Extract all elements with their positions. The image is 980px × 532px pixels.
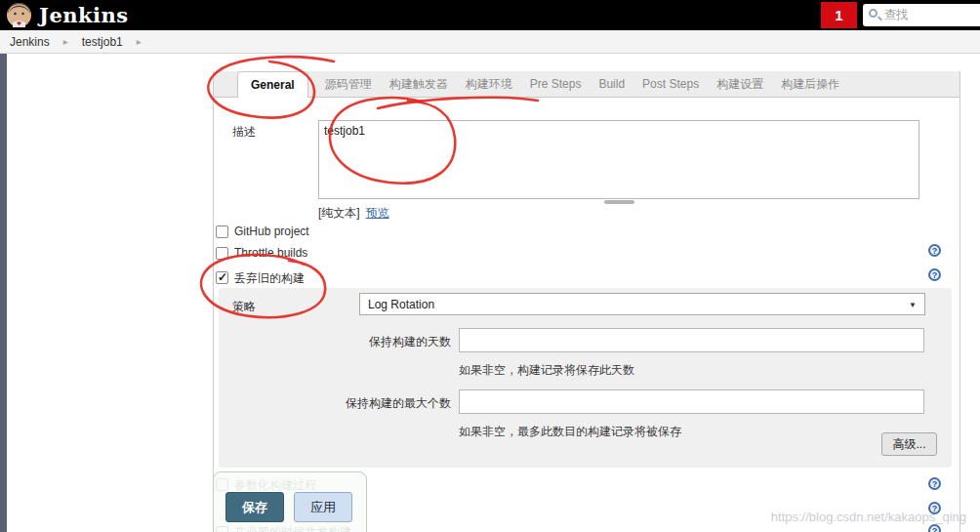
search-input[interactable] bbox=[884, 5, 980, 24]
days-to-keep-input[interactable] bbox=[459, 328, 924, 352]
discard-old-builds-label[interactable]: 丢弃旧的构建 bbox=[234, 270, 305, 287]
breadcrumb-item-testjob1[interactable]: testjob1 bbox=[82, 35, 123, 49]
days-to-keep-label: 保持构建的天数 bbox=[322, 334, 451, 350]
max-builds-label: 保持构建的最大个数 bbox=[322, 395, 451, 412]
strategy-select[interactable]: Log Rotation ▼ bbox=[359, 293, 925, 315]
tab-pre-steps[interactable]: Pre Steps bbox=[521, 71, 591, 97]
jenkins-butler-logo-icon bbox=[6, 2, 32, 28]
jenkins-home-link[interactable]: Jenkins bbox=[6, 1, 129, 29]
app-title: Jenkins bbox=[39, 3, 129, 27]
discard-old-builds-checkbox[interactable] bbox=[216, 271, 228, 284]
tab-post-steps[interactable]: Post Steps bbox=[633, 71, 708, 97]
github-project-label[interactable]: GitHub project bbox=[234, 225, 309, 238]
chevron-right-icon: ▸ bbox=[137, 36, 142, 47]
max-builds-help: 如果非空，最多此数目的构建记录将被保存 bbox=[459, 424, 681, 440]
help-icon[interactable]: ? bbox=[928, 244, 941, 257]
tab-general[interactable]: General bbox=[237, 71, 308, 98]
tab-build-triggers[interactable]: 构建触发器 bbox=[381, 71, 457, 97]
config-tab-bar: General 源码管理 构建触发器 构建环境 Pre Steps Build … bbox=[214, 71, 960, 98]
textarea-resize-grip[interactable] bbox=[604, 200, 634, 204]
alert-count-badge[interactable]: 1 bbox=[821, 2, 857, 28]
help-icon[interactable]: ? bbox=[928, 477, 941, 490]
tab-source-code-management[interactable]: 源码管理 bbox=[316, 71, 381, 97]
breadcrumb-item-jenkins[interactable]: Jenkins bbox=[10, 35, 50, 49]
dropdown-arrow-icon: ▼ bbox=[909, 301, 917, 309]
tab-build-settings[interactable]: 构建设置 bbox=[708, 71, 772, 97]
description-label: 描述 bbox=[232, 124, 256, 141]
github-project-checkbox[interactable] bbox=[216, 225, 228, 238]
apply-button[interactable]: 应用 bbox=[294, 492, 352, 522]
strategy-label: 策略 bbox=[232, 299, 256, 315]
days-to-keep-help: 如果非空，构建记录将保存此天数 bbox=[459, 362, 634, 379]
breadcrumb: Jenkins ▸ testjob1 ▸ bbox=[0, 30, 980, 54]
throttle-builds-label[interactable]: Throttle builds bbox=[234, 246, 307, 260]
tab-build[interactable]: Build bbox=[590, 71, 633, 97]
top-bar: Jenkins 1 bbox=[0, 0, 980, 30]
strategy-select-value: Log Rotation bbox=[368, 298, 434, 311]
advanced-button[interactable]: 高级... bbox=[881, 432, 937, 456]
search-icon bbox=[869, 9, 878, 18]
help-icon[interactable]: ? bbox=[928, 524, 941, 532]
save-button[interactable]: 保存 bbox=[225, 492, 284, 522]
tab-build-environment[interactable]: 构建环境 bbox=[457, 71, 521, 97]
jenkins-config-page: Jenkins 1 Jenkins ▸ testjob1 ▸ General 源… bbox=[0, 0, 980, 532]
tab-post-build-actions[interactable]: 构建后操作 bbox=[772, 71, 848, 97]
throttle-builds-checkbox[interactable] bbox=[216, 247, 228, 260]
search-box bbox=[863, 4, 980, 26]
description-textarea[interactable]: testjob1 bbox=[318, 120, 919, 199]
chevron-right-icon: ▸ bbox=[63, 36, 68, 47]
max-builds-input[interactable] bbox=[459, 389, 924, 414]
watermark-text: https://blog.csdn.net/kakaops_qing bbox=[732, 510, 966, 524]
help-icon[interactable]: ? bbox=[928, 268, 941, 281]
left-edge-strip bbox=[0, 54, 7, 532]
description-mode-row: [纯文本] 预览 bbox=[318, 205, 389, 222]
preview-link[interactable]: 预览 bbox=[366, 205, 389, 222]
plain-text-mode-label: [纯文本] bbox=[318, 205, 360, 222]
